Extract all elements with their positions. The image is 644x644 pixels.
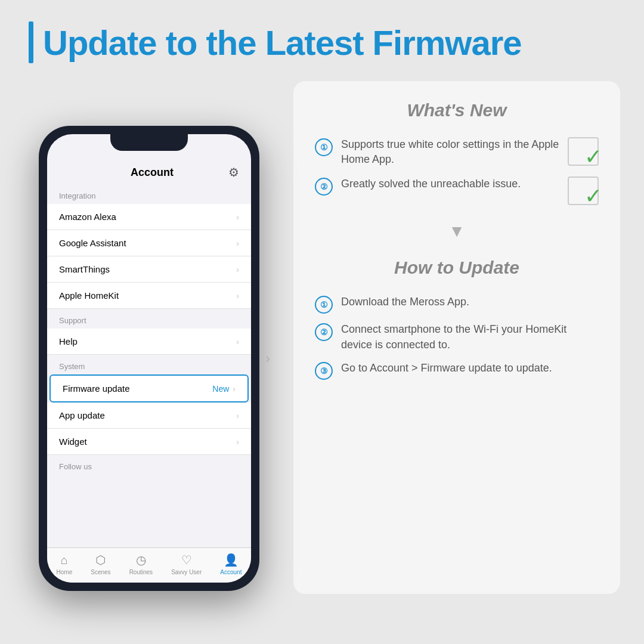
home-icon: ⌂	[61, 553, 68, 567]
apple-homekit-label: Apple HomeKit	[59, 290, 119, 301]
step-text-2: Connect smartphone to the Wi-Fi your Hom…	[341, 322, 599, 352]
check-mark-icon-1: ✓	[584, 144, 602, 169]
page-header: Update to the Latest Firmware	[0, 0, 644, 75]
chevron-icon: ›	[236, 291, 239, 301]
page-title: Update to the Latest Firmware	[43, 23, 521, 63]
integration-section-label: Integration	[47, 184, 251, 204]
nav-account-label: Account	[220, 569, 242, 575]
google-assistant-item[interactable]: Google Assistant ›	[47, 230, 251, 256]
header-accent-bar	[29, 21, 33, 63]
down-arrow-icon: ▼	[448, 222, 465, 241]
phone-notch	[110, 134, 188, 151]
how-to-list: ① Download the Meross App. ② Connect sma…	[315, 295, 599, 379]
main-content: Account ⚙ Integration Amazon Alexa › Goo…	[0, 75, 644, 642]
whats-new-section: What's New	[315, 100, 599, 125]
check-box-1: ✓	[568, 137, 599, 166]
smartthings-label: SmartThings	[59, 264, 110, 274]
step-num-1: ①	[315, 296, 333, 314]
nav-routines[interactable]: ◷ Routines	[129, 553, 153, 575]
chevron-icon: ›	[236, 265, 239, 274]
google-assistant-label: Google Assistant	[59, 238, 126, 248]
phone-screen-title: Account	[131, 166, 174, 179]
chevron-icon: ›	[236, 337, 239, 346]
help-item[interactable]: Help ›	[47, 329, 251, 355]
whats-new-title: What's New	[315, 100, 599, 120]
widget-label: Widget	[59, 436, 87, 447]
app-update-item[interactable]: App update ›	[47, 402, 251, 429]
nav-routines-label: Routines	[129, 569, 153, 575]
chevron-icon: ›	[236, 411, 239, 420]
apple-homekit-item[interactable]: Apple HomeKit ›	[47, 283, 251, 309]
scenes-icon: ⬡	[95, 553, 106, 567]
firmware-update-right: New ›	[212, 384, 236, 394]
settings-icon[interactable]: ⚙	[228, 165, 239, 179]
how-to-title: How to Update	[315, 258, 599, 278]
chevron-icon: ›	[236, 212, 239, 222]
help-label: Help	[59, 336, 78, 346]
side-scroll-arrow: ›	[265, 350, 270, 367]
amazon-alexa-label: Amazon Alexa	[59, 212, 116, 222]
step-item-1: ① Download the Meross App.	[315, 295, 599, 314]
system-section-label: System	[47, 355, 251, 374]
chevron-icon: ›	[236, 437, 239, 447]
check-mark-icon-2: ✓	[584, 184, 602, 209]
app-update-label: App update	[59, 410, 105, 420]
step-item-3: ③ Go to Account > Firmware update to upd…	[315, 361, 599, 380]
step-text-1: Download the Meross App.	[341, 295, 469, 309]
bottom-navigation: ⌂ Home ⬡ Scenes ◷ Routines ♡	[47, 547, 251, 583]
how-to-section: How to Update	[315, 258, 599, 283]
step-num-3: ③	[315, 362, 333, 380]
new-badge: New	[212, 384, 229, 394]
chevron-icon: ›	[233, 384, 236, 394]
savvy-user-icon: ♡	[181, 553, 192, 567]
nav-home-label: Home	[57, 569, 73, 575]
features-list: ① Supports true white color settings in …	[315, 137, 599, 205]
nav-savvy-user[interactable]: ♡ Savvy User	[171, 553, 202, 575]
routines-icon: ◷	[136, 553, 146, 567]
support-section-label: Support	[47, 309, 251, 329]
feature-num-2: ②	[315, 178, 333, 196]
step-item-2: ② Connect smartphone to the Wi-Fi your H…	[315, 322, 599, 352]
nav-account[interactable]: 👤 Account	[220, 553, 242, 575]
step-num-2: ②	[315, 323, 333, 341]
phone-mockup: Account ⚙ Integration Amazon Alexa › Goo…	[39, 126, 259, 591]
feature-text-2: Greatly solved the unreachable issue.	[341, 177, 559, 191]
amazon-alexa-item[interactable]: Amazon Alexa ›	[47, 204, 251, 230]
feature-num-1: ①	[315, 138, 333, 156]
phone-header: Account ⚙	[47, 159, 251, 184]
arrow-divider: ▼	[315, 217, 599, 246]
screen-content: Account ⚙ Integration Amazon Alexa › Goo…	[47, 134, 251, 583]
nav-savvy-user-label: Savvy User	[171, 569, 202, 575]
smartthings-item[interactable]: SmartThings ›	[47, 256, 251, 283]
feature-text-1: Supports true white color settings in th…	[341, 137, 559, 167]
feature-item-1: ① Supports true white color settings in …	[315, 137, 599, 167]
phone-mockup-container: Account ⚙ Integration Amazon Alexa › Goo…	[24, 75, 274, 642]
nav-home[interactable]: ⌂ Home	[57, 553, 73, 575]
step-text-3: Go to Account > Firmware update to updat…	[341, 361, 552, 376]
chevron-icon: ›	[236, 239, 239, 248]
account-icon: 👤	[224, 553, 239, 567]
nav-scenes[interactable]: ⬡ Scenes	[91, 553, 110, 575]
firmware-update-label: Firmware update	[63, 383, 130, 394]
info-panel: What's New ① Supports true white color s…	[293, 81, 620, 594]
firmware-update-item[interactable]: Firmware update New ›	[49, 374, 249, 402]
follow-us-label: Follow us	[47, 455, 251, 475]
feature-item-2: ② Greatly solved the unreachable issue. …	[315, 177, 599, 205]
phone-screen: Account ⚙ Integration Amazon Alexa › Goo…	[47, 134, 251, 583]
nav-scenes-label: Scenes	[91, 569, 110, 575]
check-box-2: ✓	[568, 177, 599, 205]
widget-item[interactable]: Widget ›	[47, 429, 251, 455]
